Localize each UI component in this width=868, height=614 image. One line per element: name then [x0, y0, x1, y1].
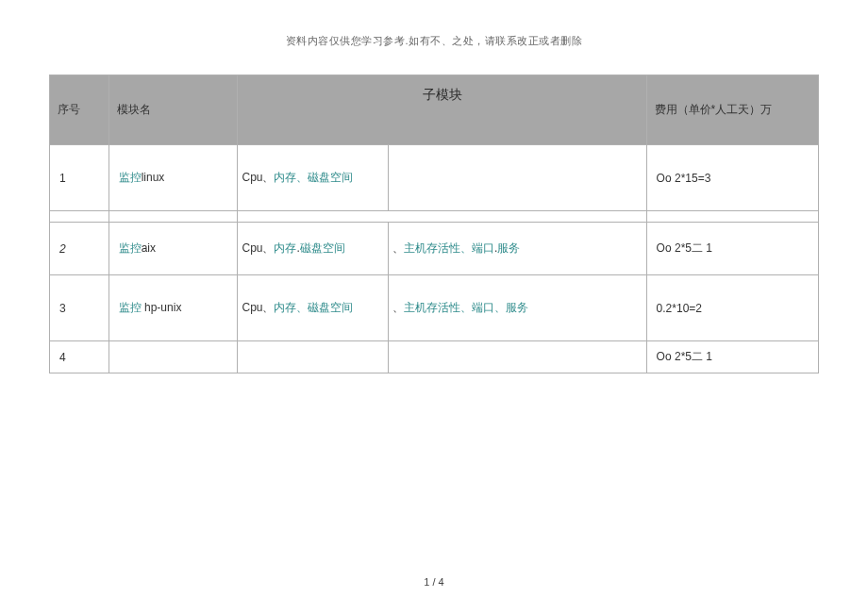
table-row: 4 Oo 2*5二 1 — [50, 341, 819, 373]
cell-sub2: 、主机存活性、端口、服务 — [389, 275, 647, 341]
header-row: 序号 模块名 子模块 费用（单价*人工天）万 — [50, 75, 819, 145]
spacer-cell — [108, 211, 238, 223]
cell-sub1 — [238, 341, 389, 373]
cell-name: 监控aix — [108, 223, 238, 275]
module-table: 序号 模块名 子模块 费用（单价*人工天）万 1 监控linux Cpu、内存、… — [49, 75, 819, 373]
page-disclaimer: 资料内容仅供您学习参考.如有不、之处，请联系改正或者删除 — [0, 0, 868, 75]
cell-fee: Oo 2*15=3 — [646, 145, 818, 211]
sub2-pre: 、 — [392, 301, 404, 314]
sub2-pre: 、 — [392, 241, 404, 255]
sub1-pre: Cpu、 — [242, 241, 274, 255]
name-black: hp-unix — [142, 301, 182, 314]
header-fee: 费用（单价*人工天）万 — [646, 75, 818, 145]
table-row: 2 监控aix Cpu、内存.磁盘空间 、主机存活性、端口.服务 Oo 2*5二… — [50, 223, 819, 275]
table-container: 序号 模块名 子模块 费用（单价*人工天）万 1 监控linux Cpu、内存、… — [0, 75, 868, 373]
cell-sub2 — [389, 341, 647, 373]
cell-fee: 0.2*10=2 — [646, 275, 818, 341]
sub2-teal1: 主机存活性、端口 — [404, 241, 494, 255]
sub2-teal2: 服务 — [497, 241, 520, 255]
sub1-teal1: 内存 — [274, 241, 296, 255]
spacer-cell — [646, 211, 818, 223]
cell-name: 监控linux — [108, 145, 238, 211]
cell-seq: 3 — [50, 275, 109, 341]
cell-seq: 2 — [50, 223, 109, 275]
table-row-spacer — [50, 211, 819, 223]
cell-name: 监控 hp-unix — [108, 275, 238, 341]
cell-sub1: Cpu、内存、磁盘空间 — [238, 275, 389, 341]
sub1-teal: 内存、磁盘空间 — [274, 171, 353, 184]
name-teal: 监控 — [119, 171, 142, 184]
cell-name — [108, 341, 238, 373]
sub1-pre: Cpu、 — [242, 301, 274, 314]
name-teal: 监控 — [119, 301, 142, 314]
table-row: 1 监控linux Cpu、内存、磁盘空间 Oo 2*15=3 — [50, 145, 819, 211]
header-seq: 序号 — [50, 75, 109, 145]
header-name: 模块名 — [108, 75, 238, 145]
cell-seq: 4 — [50, 341, 109, 373]
cell-fee: Oo 2*5二 1 — [646, 341, 818, 373]
cell-sub2 — [389, 145, 647, 211]
cell-sub1: Cpu、内存.磁盘空间 — [238, 223, 389, 275]
cell-sub2: 、主机存活性、端口.服务 — [389, 223, 647, 275]
header-sub: 子模块 — [238, 75, 646, 145]
name-black: linux — [142, 171, 165, 184]
name-teal: 监控 — [119, 241, 142, 255]
cell-seq: 1 — [50, 145, 109, 211]
page-number: 1 / 4 — [0, 576, 868, 588]
sub1-pre: Cpu、 — [242, 171, 274, 184]
sub1-teal2: 磁盘空间 — [300, 241, 345, 255]
sub1-teal: 内存、磁盘空间 — [274, 301, 353, 314]
spacer-cell — [238, 211, 646, 223]
cell-fee: Oo 2*5二 1 — [646, 223, 818, 275]
table-row: 3 监控 hp-unix Cpu、内存、磁盘空间 、主机存活性、端口、服务 0.… — [50, 275, 819, 341]
name-black: aix — [142, 241, 156, 255]
sub2-teal: 主机存活性、端口、服务 — [404, 301, 528, 314]
spacer-cell — [50, 211, 109, 223]
cell-sub1: Cpu、内存、磁盘空间 — [238, 145, 389, 211]
